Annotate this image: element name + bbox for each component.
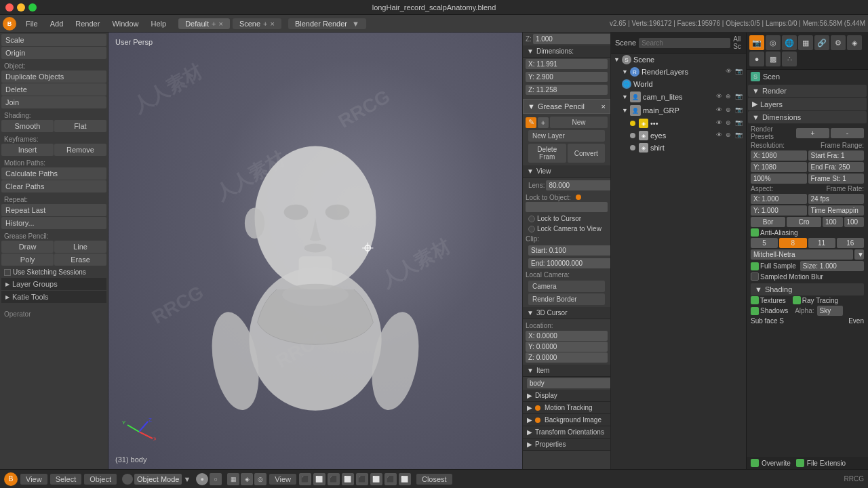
insert-button[interactable]: Insert — [1, 144, 54, 156]
eyes-render-icon[interactable]: 📷 — [735, 131, 743, 140]
scene-name-label[interactable]: Scen — [763, 73, 780, 81]
cro-val2-input[interactable] — [844, 217, 865, 227]
aspect-x-input[interactable] — [751, 194, 807, 204]
origin-button[interactable]: Origin — [1, 47, 106, 59]
cursor-y-input[interactable] — [526, 342, 608, 352]
eyes-item[interactable]: ◈ eyes 👁 ⊕ 📷 — [611, 129, 746, 142]
particles-icon[interactable]: ∴ — [782, 52, 797, 66]
scene-root-item[interactable]: ▼ S Scene — [611, 54, 746, 66]
file-ext-checkbox[interactable] — [796, 459, 804, 467]
katie-tools-collapsible[interactable]: ▶ Katie Tools — [1, 291, 106, 303]
render-engine-dropdown[interactable]: Blender Render ▼ — [288, 18, 366, 29]
overlay-6[interactable]: ⬜ — [370, 473, 382, 485]
layer-groups-collapsible[interactable]: ▶ Layer Groups — [1, 278, 106, 290]
eyes-eye-icon[interactable]: 👁 — [716, 131, 724, 140]
render-layers-eye-icon[interactable]: 👁 — [726, 68, 734, 76]
full-sample-checkbox[interactable] — [751, 262, 759, 270]
overlay-3[interactable]: ⬛ — [328, 473, 340, 485]
new-button[interactable]: New — [550, 117, 608, 128]
blender-status-icon[interactable]: B — [4, 472, 18, 486]
transform-orientations-section[interactable]: ▶ Transform Orientations — [523, 426, 610, 439]
ray-tracing-checkbox[interactable] — [793, 296, 801, 304]
cro-val1-input[interactable] — [823, 217, 843, 227]
lock-object-dot[interactable] — [576, 195, 581, 200]
x-ray-button[interactable]: ◈ — [241, 473, 253, 485]
texture-icon[interactable]: ▩ — [766, 52, 781, 66]
lens-input[interactable] — [546, 180, 610, 190]
lock-to-cursor-checkbox[interactable] — [528, 216, 535, 222]
duplicate-objects-button[interactable]: Duplicate Objects — [1, 70, 106, 83]
cro-button[interactable]: Cro — [787, 217, 821, 227]
calculate-paths-button[interactable]: Calculate Paths — [1, 167, 106, 180]
shading-section-header[interactable]: ▼ Shading — [751, 283, 864, 296]
shirt-item[interactable]: ◈ shirt — [611, 142, 746, 154]
overlay-1[interactable]: ⬛ — [299, 473, 311, 485]
aa-11-button[interactable]: 11 — [808, 238, 835, 248]
render-properties-icon[interactable]: 📷 — [749, 35, 764, 50]
line-button[interactable]: Line — [54, 241, 106, 253]
yellow-eye-icon[interactable]: 👁 — [716, 119, 724, 127]
window-controls[interactable] — [5, 3, 37, 12]
poly-button[interactable]: Poly — [1, 253, 54, 266]
fps-input[interactable] — [808, 194, 865, 204]
textures-checkbox[interactable] — [751, 296, 759, 304]
mode-dropdown[interactable]: Object Mode — [134, 474, 182, 485]
grease-pencil-close-icon[interactable]: × — [601, 102, 606, 110]
view-menu-button[interactable]: View — [20, 474, 47, 485]
cam-select-icon[interactable]: ⊕ — [726, 93, 734, 101]
workspace-plus-icon[interactable]: + — [212, 20, 216, 28]
overlay-7[interactable]: ⬛ — [384, 473, 397, 485]
main-grp-select-icon[interactable]: ⊕ — [726, 106, 734, 115]
workspace-default-tab[interactable]: Default + × — [178, 18, 230, 29]
render-section-header[interactable]: ▼ Render — [748, 85, 867, 97]
wireframe-button[interactable]: ○ — [210, 473, 222, 485]
cam-render-icon[interactable]: 📷 — [735, 93, 743, 101]
display-section[interactable]: ▶ Display — [523, 390, 610, 402]
yellow-select-icon[interactable]: ⊕ — [726, 119, 734, 127]
mitchell-down[interactable]: ▼ — [854, 249, 864, 260]
view-button-2[interactable]: View — [269, 474, 296, 485]
overlay-8[interactable]: ⬜ — [399, 473, 411, 485]
eyes-select-icon[interactable]: ⊕ — [726, 131, 734, 140]
cursor-z-input[interactable] — [526, 352, 608, 363]
render-border-button[interactable]: Render Border — [528, 293, 605, 305]
aa-checkbox[interactable] — [751, 228, 759, 237]
world-properties-icon[interactable]: 🌐 — [782, 35, 797, 50]
menu-help[interactable]: Help — [146, 18, 172, 29]
cursor-x-input[interactable] — [526, 331, 608, 341]
repeat-last-button[interactable]: Repeat Last — [1, 204, 106, 216]
world-item[interactable]: 🌐 World — [611, 78, 746, 90]
blender-logo[interactable]: B — [3, 17, 16, 30]
body-name-input[interactable] — [527, 378, 610, 388]
render-layers-render-icon[interactable]: 📷 — [735, 68, 743, 76]
delete-button[interactable]: Delete — [1, 83, 106, 96]
overlay-4[interactable]: ⬜ — [342, 473, 354, 485]
constraints-icon[interactable]: 🔗 — [814, 35, 829, 50]
select-menu-button[interactable]: Select — [50, 474, 82, 485]
history-button[interactable]: History... — [1, 217, 106, 229]
material-icon[interactable]: ● — [749, 52, 764, 66]
aa-5-button[interactable]: 5 — [751, 238, 778, 248]
convert-button[interactable]: Convert — [568, 144, 606, 163]
x-resolution-input[interactable] — [751, 150, 807, 161]
cursor-3d-section-header[interactable]: ▼ 3D Cursor — [523, 307, 610, 319]
scale-button[interactable]: Scale — [1, 34, 106, 46]
mitchell-input[interactable] — [751, 249, 853, 260]
workspace-close-icon[interactable]: × — [218, 20, 222, 28]
time-remap-input[interactable] — [808, 205, 865, 216]
lock-object-input[interactable] — [526, 202, 608, 212]
mode-dropdown-arrow[interactable]: ▼ — [183, 475, 191, 483]
close-window-button[interactable] — [5, 3, 14, 12]
end-frame-input[interactable] — [808, 162, 865, 172]
cam-vis-icon[interactable]: 👁 — [716, 93, 724, 101]
z-input[interactable] — [533, 34, 610, 44]
render-view-button[interactable]: ◎ — [254, 473, 267, 485]
outliner-search-input[interactable] — [639, 38, 730, 48]
alpha-input[interactable] — [817, 306, 844, 316]
layers-section-header[interactable]: ▶ Layers — [748, 98, 867, 110]
flat-button[interactable]: Flat — [54, 120, 106, 132]
properties-section[interactable]: ▶ Properties — [523, 439, 610, 451]
camera-button[interactable]: Camera — [528, 281, 605, 292]
item-section-header[interactable]: ▼ Item — [523, 365, 610, 377]
clear-paths-button[interactable]: Clear Paths — [1, 180, 106, 192]
